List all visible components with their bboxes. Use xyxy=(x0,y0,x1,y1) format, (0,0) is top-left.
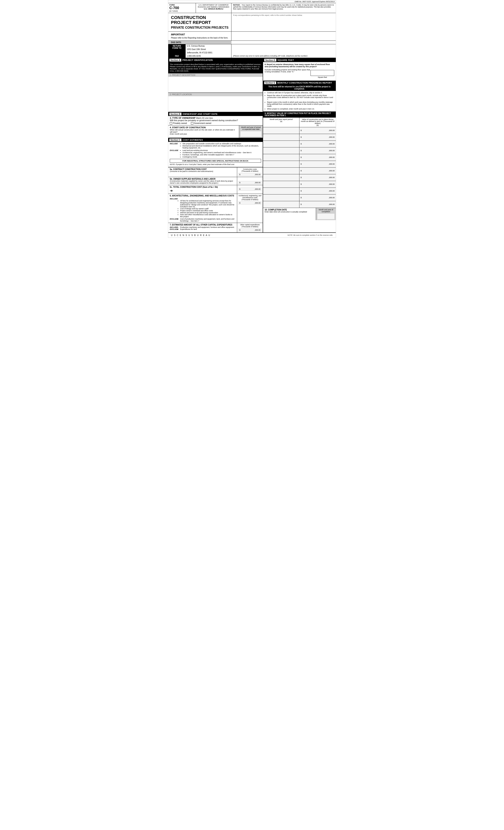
item9-month-5[interactable] xyxy=(263,161,300,167)
item9-val-7: ,000.00 xyxy=(329,177,335,179)
item4-date-col: Month and year of actual or expected sta… xyxy=(239,126,263,138)
item9-value-5[interactable]: $ ,000.00 xyxy=(300,161,336,167)
dollar-r11: $ xyxy=(301,203,302,205)
section-b-header: Section B OWNERSHIP AND START DATE xyxy=(168,112,263,116)
item9-month-9[interactable] xyxy=(263,188,300,194)
item10-sub: Enter date when all construction is actu… xyxy=(265,211,314,213)
item9-val-1: ,000.00 xyxy=(329,136,335,138)
item7-left: 7. ESTIMATED AMOUNT OF ALL OTHER CAPITAL… xyxy=(168,223,237,232)
dollar-r2: $ xyxy=(301,143,302,145)
item2-input-box[interactable] xyxy=(168,96,263,112)
item9-val-11: ,000.00 xyxy=(329,203,335,205)
dollar-r8: $ xyxy=(301,183,302,185)
item8-text: 8. Based on exterior dimensions, how man… xyxy=(265,63,334,68)
item9-value-3[interactable]: $ ,000.00 xyxy=(300,148,336,154)
item3-subtitle: Mark (X) one box. xyxy=(196,117,213,119)
item6-include-label: INCLUDE xyxy=(170,198,178,200)
title-line1: CONSTRUCTION xyxy=(171,15,228,20)
item9-value-2[interactable]: $ ,000.00 xyxy=(300,141,336,147)
item6-include-2: Project owner's overhead and office cost… xyxy=(180,210,235,212)
item7-input[interactable]: $ ,000.00 xyxy=(239,228,261,232)
item1-label: 1. PROJECT DESCRIPTION xyxy=(168,73,263,77)
item9-row-9: $ ,000.00 xyxy=(263,188,336,194)
item5a-col-label: Construction costs (Thousands of dollars… xyxy=(239,168,261,172)
left-column: Section A PROJECT IDENTIFICATION The con… xyxy=(168,58,263,232)
project-location-input[interactable] xyxy=(168,96,263,112)
item9-value-1[interactable]: $ ,000.00 xyxy=(300,134,336,140)
include-item-1: Mechanical and electrical installations … xyxy=(182,145,261,149)
item6-left: 6. ARCHITECTURAL, ENGINEERING, AND MISCE… xyxy=(168,194,237,223)
item6-top: 6. ARCHITECTURAL, ENGINEERING, AND MISCE… xyxy=(168,194,263,223)
bullet-1: Report the value of construction put in … xyxy=(267,94,334,100)
option-privately-owned[interactable]: Privately owned xyxy=(170,122,187,125)
item9-month-2[interactable] xyxy=(263,141,300,147)
item9-month-11[interactable] xyxy=(263,201,300,208)
item6-exclude-0: Cost of production machinery and equipme… xyxy=(180,218,235,222)
sq-ft-input[interactable] xyxy=(311,70,334,76)
item9-value-7[interactable]: $ ,000.00 xyxy=(300,174,336,181)
item9-value-0[interactable]: $ ,000.00 xyxy=(300,127,336,134)
footer-row: U S C E N S U S B U R E A U NOTE: Be sur… xyxy=(168,232,336,237)
dollar-sign: $ xyxy=(239,173,240,175)
item4-date-input[interactable] xyxy=(240,131,261,137)
ownership-options: Privately owned Government owned xyxy=(170,122,261,125)
option-government-owned[interactable]: Government owned xyxy=(191,122,211,125)
title-section: CONSTRUCTION PROJECT REPORT PRIVATE CONS… xyxy=(168,13,336,32)
project-description-input[interactable] xyxy=(168,77,263,93)
item9-col-b-sub: (b) xyxy=(301,124,335,126)
item9-value-6[interactable]: $ ,000.00 xyxy=(300,167,336,174)
item9-row-2: $ ,000.00 xyxy=(263,140,336,147)
include-label: INCLUDE xyxy=(170,143,180,149)
item6-input[interactable]: $ ,000.00 xyxy=(239,201,261,204)
item9-month-3[interactable] xyxy=(263,148,300,154)
item6-include-row: INCLUDE All fees for architectural and e… xyxy=(170,197,235,218)
item10-left: 10. COMPLETION DATE Enter date when all … xyxy=(263,208,316,220)
item1-input-box[interactable] xyxy=(168,77,263,93)
item5c-input[interactable]: $ ,000.00 xyxy=(239,188,261,191)
dollar-r6: $ xyxy=(301,170,302,172)
section-c-content: INCLUDE Site preparation and outside con… xyxy=(168,142,263,167)
item10-right: Month and year of completion xyxy=(316,208,336,220)
item10-date-input[interactable] xyxy=(317,214,335,219)
item5a-value: ,000.00 xyxy=(255,173,260,175)
item6-section: 6. ARCHITECTURAL, ENGINEERING, AND MISCE… xyxy=(168,194,263,223)
return-address-block: RETURN FORM TO U.S. Census Bureau 1201 E… xyxy=(168,44,231,58)
item9-month-6[interactable] xyxy=(263,167,300,174)
item9-value-10[interactable]: $ ,000.00 xyxy=(300,194,336,201)
item7-include-0: Production machinery and equipment, furn… xyxy=(180,226,234,228)
item5b-row: 5b. OWNER SUPPLIED MATERIALS AND LABOR (… xyxy=(168,177,263,185)
item9-col-a-sub: (a) xyxy=(264,120,298,122)
item9-month-4[interactable] xyxy=(263,154,300,161)
section-a-title: PROJECT IDENTIFICATION xyxy=(182,59,213,61)
item9-month-7[interactable] xyxy=(263,174,300,181)
item9-value-4[interactable]: $ ,000.00 xyxy=(300,154,336,161)
checkbox-private[interactable] xyxy=(170,122,172,125)
item9-value-9[interactable]: $ ,000.00 xyxy=(300,188,336,194)
section-a-letter: Section A xyxy=(169,59,181,61)
item9-val-0: ,000.00 xyxy=(329,129,335,131)
item9-val-5: ,000.00 xyxy=(329,163,335,165)
item5a-input[interactable]: $ ,000.00 xyxy=(239,173,261,176)
section-d-title: SQUARE FEET xyxy=(278,59,294,61)
dollar-r10: $ xyxy=(301,197,302,199)
item9-month-10[interactable] xyxy=(263,194,300,201)
section-e-letter: Section E xyxy=(264,82,276,84)
item6-exclude-list: Cost of production machinery and equipme… xyxy=(180,218,235,222)
item9-month-0[interactable] xyxy=(263,127,300,134)
item9-month-8[interactable] xyxy=(263,181,300,188)
important-text: Please refer to the Reporting Instructio… xyxy=(171,37,228,39)
item5a-label-col: 5a. CONTRACT CONSTRUCTION COST (Amounts … xyxy=(168,167,237,177)
form-date: (6-7-2010) xyxy=(169,10,194,12)
item9-value-11[interactable]: $ ,000.00 xyxy=(300,201,336,208)
sq-ft-label: Square feet xyxy=(311,70,334,78)
dollar-sign-5c: $ xyxy=(239,188,240,190)
item9-col-b-label: Value of construction put in place durin… xyxy=(301,118,335,124)
item9-value-8[interactable]: $ ,000.00 xyxy=(300,181,336,188)
section-e-title: MONTHLY CONSTRUCTION PROGRESS REPORT xyxy=(277,82,332,84)
checkbox-government[interactable] xyxy=(191,122,193,125)
item9-month-1[interactable] xyxy=(263,134,300,140)
item7-exclude-label: EXCLUDE xyxy=(170,228,180,230)
item5b-input[interactable]: $ ,000.00 xyxy=(239,181,261,184)
exclude-label: EXCLUDE xyxy=(170,150,180,158)
return-address-line1: U.S. Census Bureau xyxy=(186,44,231,47)
